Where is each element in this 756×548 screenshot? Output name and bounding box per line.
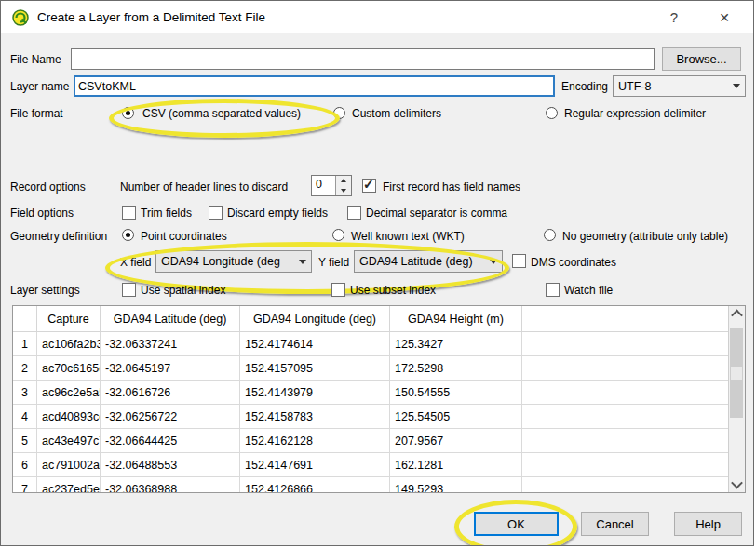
- spatial-index-checkbox[interactable]: [122, 283, 136, 297]
- header-lines-spinner[interactable]: 0: [311, 175, 352, 196]
- table-cell: -32.06337241: [101, 332, 240, 356]
- vertical-scrollbar[interactable]: [728, 306, 745, 492]
- table-cell: 152.4126866: [240, 477, 390, 492]
- first-record-label: First record has field names: [383, 180, 520, 194]
- scrollbar-thumb[interactable]: [730, 328, 743, 418]
- ok-button[interactable]: OK: [474, 512, 559, 536]
- table-row[interactable]: 6ac791002ad-32.06488553152.4147691162.12…: [13, 453, 728, 477]
- radio-regex-delimiter[interactable]: [546, 107, 558, 119]
- table-cell: -32.0616726: [101, 381, 240, 405]
- radio-point-coordinates-label: Point coordinates: [141, 230, 227, 244]
- radio-csv[interactable]: [122, 107, 134, 119]
- table-cell: ac43e497c7: [37, 429, 101, 453]
- radio-custom-delimiters-label: Custom delimiters: [352, 107, 441, 121]
- radio-wkt[interactable]: [332, 229, 344, 241]
- column-header-longitude[interactable]: GDA94 Longitude (deg): [240, 306, 390, 332]
- spatial-index-label: Use spatial index: [141, 284, 225, 298]
- row-number: 5: [13, 429, 37, 453]
- help-button[interactable]: Help: [674, 512, 742, 536]
- table-cell: ac70c6165d: [37, 356, 101, 381]
- close-icon[interactable]: ✕: [710, 1, 738, 33]
- table-cell: -32.06488553: [101, 453, 240, 477]
- column-header-capture[interactable]: Capture: [37, 306, 101, 332]
- first-record-checkbox[interactable]: [362, 179, 376, 193]
- column-header-filler: [522, 306, 728, 332]
- spinner-down-icon[interactable]: [336, 186, 351, 196]
- table-cell: acd40893cc: [37, 405, 101, 429]
- decimal-separator-checkbox[interactable]: [347, 206, 361, 220]
- table-row[interactable]: 7ac237ed5eb-32.06368988152.4126866149.52…: [13, 477, 728, 492]
- subset-index-label: Use subset index: [350, 284, 436, 298]
- file-format-label: File format: [10, 107, 63, 121]
- watch-file-checkbox[interactable]: [546, 283, 560, 297]
- grid-rows: 1ac106fa2b3-32.06337241152.4174614125.34…: [13, 332, 728, 492]
- x-field-value: GDA94 Longitude (deg: [161, 255, 293, 268]
- table-header-row: Capture GDA94 Latitude (deg) GDA94 Longi…: [13, 306, 728, 332]
- chevron-down-icon: [299, 260, 306, 264]
- radio-custom-delimiters[interactable]: [333, 107, 345, 119]
- table-cell: 152.4174614: [240, 332, 390, 356]
- layer-name-label: Layer name: [10, 80, 69, 94]
- preview-table: Capture GDA94 Latitude (deg) GDA94 Longi…: [12, 305, 746, 493]
- table-row[interactable]: 4acd40893cc-32.06256722152.4158783125.54…: [13, 405, 728, 429]
- y-field-select[interactable]: GDA94 Latitude (deg): [354, 250, 503, 273]
- trim-fields-checkbox[interactable]: [122, 206, 136, 220]
- column-header-latitude[interactable]: GDA94 Latitude (deg): [101, 306, 240, 332]
- table-cell: -32.06256722: [101, 405, 240, 429]
- table-cell: 172.5298: [390, 356, 522, 381]
- scroll-up-icon[interactable]: [729, 306, 744, 322]
- table-cell: 152.4158783: [240, 405, 390, 429]
- scroll-down-icon[interactable]: [729, 476, 744, 492]
- radio-csv-label: CSV (comma separated values): [142, 107, 301, 121]
- layer-settings-label: Layer settings: [10, 284, 80, 298]
- browse-button[interactable]: Browse...: [662, 47, 741, 71]
- layer-name-input[interactable]: [74, 75, 555, 97]
- record-options-label: Record options: [10, 180, 86, 194]
- encoding-select[interactable]: UTF-8: [613, 75, 746, 97]
- spinner-up-icon[interactable]: [336, 176, 351, 186]
- row-number: 2: [13, 356, 37, 381]
- x-field-select[interactable]: GDA94 Longitude (deg: [155, 250, 312, 273]
- table-cell: 162.1281: [390, 453, 522, 477]
- column-header-height[interactable]: GDA94 Height (m): [390, 306, 522, 332]
- file-name-input[interactable]: [71, 48, 655, 70]
- subset-index-checkbox[interactable]: [331, 283, 345, 297]
- table-cell: ac106fa2b3: [37, 332, 101, 356]
- cancel-button[interactable]: Cancel: [581, 512, 649, 536]
- table-cell-filler: [522, 381, 728, 405]
- table-cell: ac237ed5eb: [37, 477, 101, 492]
- field-options-label: Field options: [10, 207, 74, 221]
- decimal-separator-label: Decimal separator is comma: [366, 207, 507, 221]
- table-cell: 149.5293: [390, 477, 522, 492]
- row-number: 3: [13, 381, 37, 405]
- table-cell: 152.4162128: [240, 429, 390, 453]
- row-number: 4: [13, 405, 37, 429]
- table-row[interactable]: 2ac70c6165d-32.0645197152.4157095172.529…: [13, 356, 728, 381]
- corner-header: [13, 306, 37, 332]
- table-cell-filler: [522, 405, 728, 429]
- dms-coordinates-checkbox[interactable]: [512, 254, 526, 268]
- table-row[interactable]: 3ac96c2e5a5-32.0616726152.4143979150.545…: [13, 381, 728, 405]
- x-field-label: X field: [120, 256, 151, 270]
- radio-wkt-label: Well known text (WKT): [351, 230, 465, 244]
- row-number: 6: [13, 453, 37, 477]
- chevron-down-icon: [733, 84, 740, 88]
- table-cell: -32.0645197: [101, 356, 240, 381]
- radio-no-geometry[interactable]: [544, 229, 556, 241]
- table-cell: -32.06368988: [101, 477, 240, 492]
- help-titlebar-button[interactable]: ?: [660, 1, 688, 33]
- y-field-label: Y field: [318, 256, 349, 270]
- radio-point-coordinates[interactable]: [122, 229, 134, 241]
- table-row[interactable]: 1ac106fa2b3-32.06337241152.4174614125.34…: [13, 332, 728, 356]
- trim-fields-label: Trim fields: [141, 207, 192, 221]
- table-cell: -32.06644425: [101, 429, 240, 453]
- table-cell-filler: [522, 332, 728, 356]
- window-title: Create a Layer from a Delimited Text Fil…: [37, 10, 265, 24]
- table-cell-filler: [522, 429, 728, 453]
- table-row[interactable]: 5ac43e497c7-32.06644425152.4162128207.95…: [13, 429, 728, 453]
- row-number: 1: [13, 332, 37, 356]
- radio-regex-delimiter-label: Regular expression delimiter: [564, 107, 706, 121]
- table-cell: 152.4143979: [240, 381, 390, 405]
- discard-empty-checkbox[interactable]: [209, 206, 223, 220]
- watch-file-label: Watch file: [564, 284, 613, 298]
